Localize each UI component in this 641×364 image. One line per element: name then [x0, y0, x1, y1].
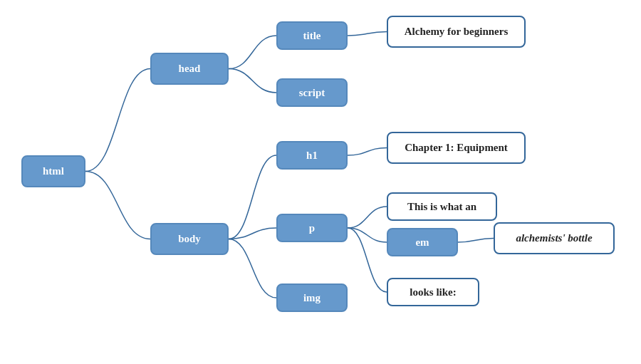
node-chapter: Chapter 1: Equipment	[387, 132, 526, 164]
dom-tree-diagram: htmlheadbodytitlescripth1pimgAlchemy for…	[0, 0, 641, 364]
node-alchemists: alchemists' bottle	[494, 222, 615, 254]
node-head: head	[150, 53, 229, 85]
node-title: title	[276, 21, 348, 50]
node-em: em	[387, 228, 458, 256]
line-em-alchemists	[458, 239, 494, 243]
line-body-p	[229, 228, 276, 239]
node-looksl: looks like:	[387, 278, 479, 306]
line-p-em	[348, 228, 387, 242]
line-p-thisis	[348, 207, 387, 228]
line-html-body	[85, 172, 150, 239]
line-html-head	[85, 69, 150, 172]
node-thisis: This is what an	[387, 192, 497, 221]
node-alchemy: Alchemy for beginners	[387, 16, 526, 48]
line-body-img	[229, 239, 276, 298]
line-p-looksl	[348, 228, 387, 292]
node-img: img	[276, 284, 348, 312]
line-head-title	[229, 36, 276, 69]
line-title-alchemy	[348, 32, 387, 36]
node-html: html	[21, 155, 85, 187]
node-script: script	[276, 78, 348, 107]
line-body-h1	[229, 155, 276, 239]
line-h1-chapter	[348, 148, 387, 156]
node-body: body	[150, 223, 229, 255]
node-p: p	[276, 214, 348, 242]
line-head-script	[229, 69, 276, 93]
node-h1: h1	[276, 141, 348, 170]
